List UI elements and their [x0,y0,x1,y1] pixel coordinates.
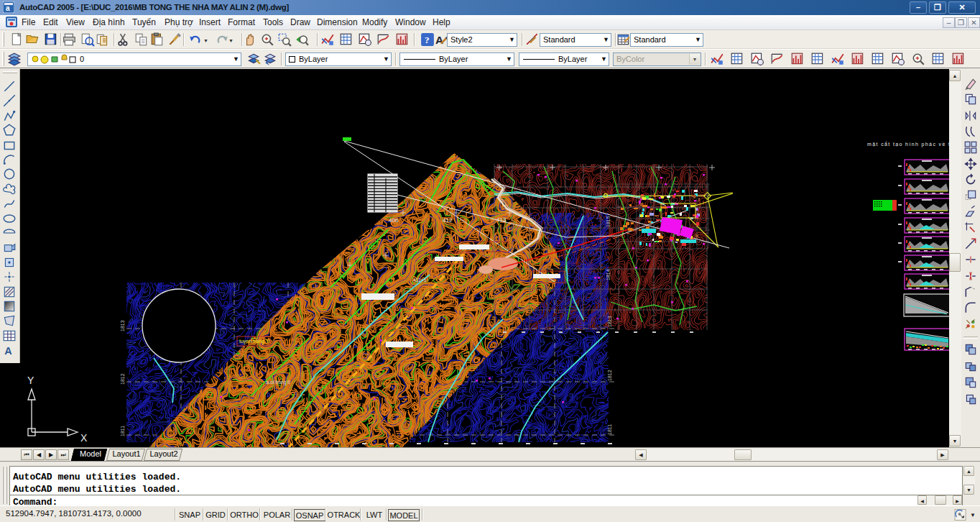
svg-text:mặt cắt tạo hình phác về t: mặt cắt tạo hình phác về t [867,141,949,147]
svg-text:suoi trang tl: suoi trang tl [266,380,290,385]
svg-text:406: 406 [389,217,399,224]
svg-text:tuyen trang Tl: tuyen trang Tl [239,339,270,344]
svg-text:Y: Y [27,375,34,386]
svg-text:A: A [435,34,443,46]
svg-text:413: 413 [496,216,507,223]
svg-text:A: A [4,345,12,357]
svg-text:1813: 1813 [607,316,612,327]
svg-text:1811: 1811 [607,424,612,435]
svg-text:1813: 1813 [120,320,125,331]
svg-text:1812: 1812 [120,373,125,385]
svg-text:412+5: 412+5 [413,278,427,283]
svg-text:a: a [6,4,10,12]
svg-text:X: X [80,432,88,444]
svg-text:1814: 1814 [606,269,611,280]
svg-text:412: 412 [443,217,453,224]
svg-text:1811: 1811 [120,426,125,436]
svg-text:1815: 1815 [606,216,611,227]
svg-text:1812: 1812 [607,370,612,381]
svg-text:?: ? [425,35,430,45]
